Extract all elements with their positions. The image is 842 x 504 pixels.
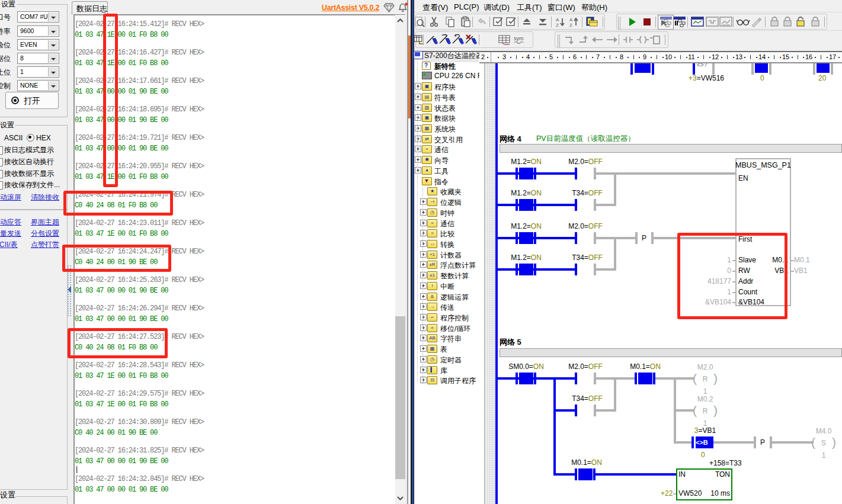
- svg-text:A: A: [556, 17, 559, 23]
- svg-text:Z: Z: [569, 23, 572, 28]
- svg-text:A: A: [569, 17, 573, 23]
- svg-text:sym: sym: [514, 36, 524, 41]
- svg-text:Z: Z: [556, 23, 559, 28]
